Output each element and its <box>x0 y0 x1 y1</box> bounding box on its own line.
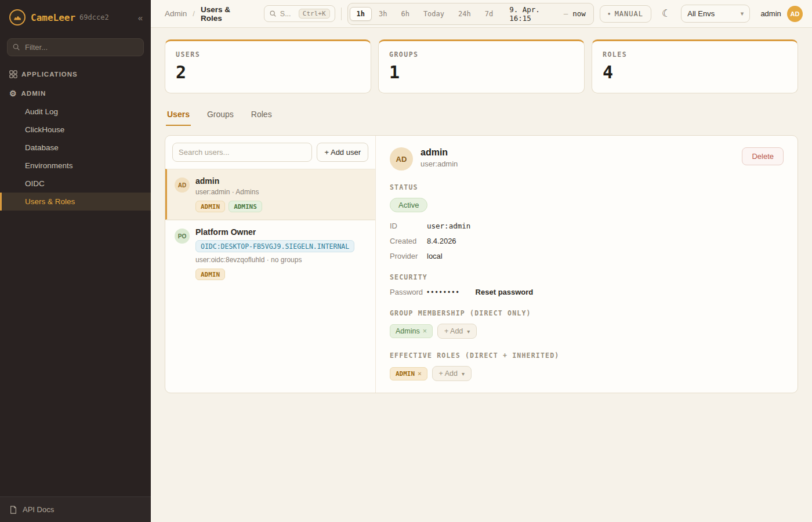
sidebar-item-environments[interactable]: Environments <box>0 157 151 175</box>
global-search[interactable]: Ctrl+K <box>264 5 335 22</box>
delete-user-button[interactable]: Delete <box>742 147 784 165</box>
add-role-label: + Add <box>439 369 458 378</box>
role-chip-label: ADMIN <box>396 370 415 378</box>
add-group-button[interactable]: + Add ▾ <box>437 324 477 339</box>
effective-roles-heading: EFFECTIVE ROLES (DIRECT + INHERITED) <box>390 351 784 360</box>
user-row-admin[interactable]: AD admin user:admin · Admins ADMIN ADMIN… <box>165 169 375 220</box>
time-separator: — <box>564 9 568 18</box>
avatar: PO <box>175 229 190 244</box>
password-label: Password <box>390 288 427 296</box>
user-name: Platform Owner <box>195 227 354 237</box>
stat-card-users: USERS 2 <box>165 39 371 93</box>
refresh-mode-label: MANUAL <box>615 10 643 18</box>
time-range-group: 1h 3h 6h Today 24h 7d 9. Apr. 16:15 — no… <box>347 3 594 25</box>
global-search-input[interactable] <box>280 10 295 18</box>
field-provider-value: local <box>427 252 784 260</box>
user-avatar[interactable]: AD <box>787 6 803 22</box>
role-badge: ADMIN <box>195 269 225 280</box>
remove-group-icon[interactable]: × <box>423 327 427 335</box>
time-range-display[interactable]: 9. Apr. 16:15 — now <box>509 5 586 23</box>
time-to: now <box>572 9 586 18</box>
section-applications-label: APPLICATIONS <box>21 71 78 78</box>
grid-icon <box>9 70 17 78</box>
stat-users-label: USERS <box>176 50 360 59</box>
sidebar-collapse-icon[interactable]: « <box>138 13 143 23</box>
stat-users-value: 2 <box>176 62 360 82</box>
app-logo-icon <box>9 9 26 26</box>
search-icon <box>269 10 277 17</box>
security-heading: SECURITY <box>390 273 784 281</box>
add-user-button[interactable]: + Add user <box>317 143 368 162</box>
search-icon <box>12 43 20 51</box>
field-id-label: ID <box>390 222 427 230</box>
stat-roles-label: ROLES <box>603 50 787 59</box>
avatar: AD <box>390 147 413 171</box>
sidebar-item-users-roles[interactable]: Users & Roles <box>0 193 151 211</box>
stat-groups-label: GROUPS <box>389 50 574 59</box>
dark-mode-toggle[interactable]: ☾ <box>657 5 675 22</box>
chevron-down-icon: ▾ <box>741 10 744 17</box>
field-created-value: 8.4.2026 <box>427 237 784 245</box>
app-name: CameLeer <box>31 12 75 23</box>
user-meta: user:admin · Admins <box>195 188 262 196</box>
divider <box>341 8 342 20</box>
sidebar: CameLeer 69dcce2 « APPLICATIONS ⚙ ADMIN … <box>0 0 151 522</box>
sidebar-item-database[interactable]: Database <box>0 139 151 157</box>
topbar: Admin / Users & Roles Ctrl+K 1h 3h 6h To… <box>151 0 812 28</box>
remove-role-icon[interactable]: × <box>418 370 421 377</box>
user-meta: user:oidc:8evzqofluhld · no groups <box>195 256 354 264</box>
stat-roles-value: 4 <box>603 62 787 82</box>
user-list: + Add user AD admin user:admin · Admins … <box>165 136 376 393</box>
group-badge: ADMINS <box>229 201 262 212</box>
status-heading: STATUS <box>390 183 784 191</box>
search-shortcut-kbd: Ctrl+K <box>299 9 330 19</box>
oidc-provider-badge: OIDC:DESKTOP-FB5VGJ9.SIEGELN.INTERNAL <box>195 240 354 252</box>
tab-roles[interactable]: Roles <box>250 106 273 126</box>
sidebar-filter-input[interactable] <box>7 38 144 56</box>
chevron-down-icon: ▾ <box>462 371 465 377</box>
breadcrumb-current: Users & Roles <box>201 5 252 23</box>
range-1h[interactable]: 1h <box>350 7 372 21</box>
section-applications[interactable]: APPLICATIONS <box>0 64 151 83</box>
group-membership-heading: GROUP MEMBERSHIP (DIRECT ONLY) <box>390 309 784 317</box>
sidebar-header: CameLeer 69dcce2 « <box>0 0 151 34</box>
stat-card-roles: ROLES 4 <box>592 39 798 93</box>
sidebar-item-clickhouse[interactable]: ClickHouse <box>0 121 151 139</box>
breadcrumb-separator: / <box>193 9 195 18</box>
user-search-input[interactable] <box>172 143 312 162</box>
avatar: AD <box>175 177 190 193</box>
tab-groups[interactable]: Groups <box>206 106 235 126</box>
role-chip-admin: ADMIN × <box>390 367 427 380</box>
add-group-label: + Add <box>444 327 463 335</box>
sidebar-item-oidc[interactable]: OIDC <box>0 175 151 193</box>
group-chip-admins: Admins × <box>390 324 433 338</box>
reset-password-link[interactable]: Reset password <box>476 288 534 296</box>
range-3h[interactable]: 3h <box>372 7 394 21</box>
env-filter-select[interactable]: All Envs ▾ <box>681 5 750 23</box>
field-provider-label: Provider <box>390 252 427 260</box>
sidebar-nav: APPLICATIONS ⚙ ADMIN Audit Log ClickHous… <box>0 64 151 496</box>
refresh-mode-button[interactable]: ● MANUAL <box>600 5 651 23</box>
api-docs-label: API Docs <box>23 505 54 514</box>
detail-user-id: user:admin <box>420 160 458 168</box>
current-username: admin <box>760 9 781 18</box>
role-badge: ADMIN <box>195 201 225 212</box>
field-id-value: user:admin <box>427 222 784 230</box>
stat-groups-value: 1 <box>389 62 574 82</box>
field-created-label: Created <box>390 237 427 245</box>
range-7d[interactable]: 7d <box>478 7 500 21</box>
user-row-platform-owner[interactable]: PO Platform Owner OIDC:DESKTOP-FB5VGJ9.S… <box>165 220 375 287</box>
section-admin[interactable]: ⚙ ADMIN <box>0 83 151 103</box>
range-24h[interactable]: 24h <box>451 7 478 21</box>
build-id: 69dcce2 <box>79 13 138 21</box>
range-today[interactable]: Today <box>416 7 451 21</box>
add-role-button[interactable]: + Add ▾ <box>432 366 472 381</box>
tab-users[interactable]: Users <box>166 106 191 126</box>
breadcrumb-admin[interactable]: Admin <box>165 9 187 18</box>
sidebar-item-audit-log[interactable]: Audit Log <box>0 103 151 121</box>
status-badge: Active <box>390 198 427 212</box>
range-6h[interactable]: 6h <box>394 7 416 21</box>
api-docs-link[interactable]: API Docs <box>0 496 151 522</box>
env-filter-value: All Envs <box>687 9 715 18</box>
tab-bar: Users Groups Roles <box>166 106 797 126</box>
